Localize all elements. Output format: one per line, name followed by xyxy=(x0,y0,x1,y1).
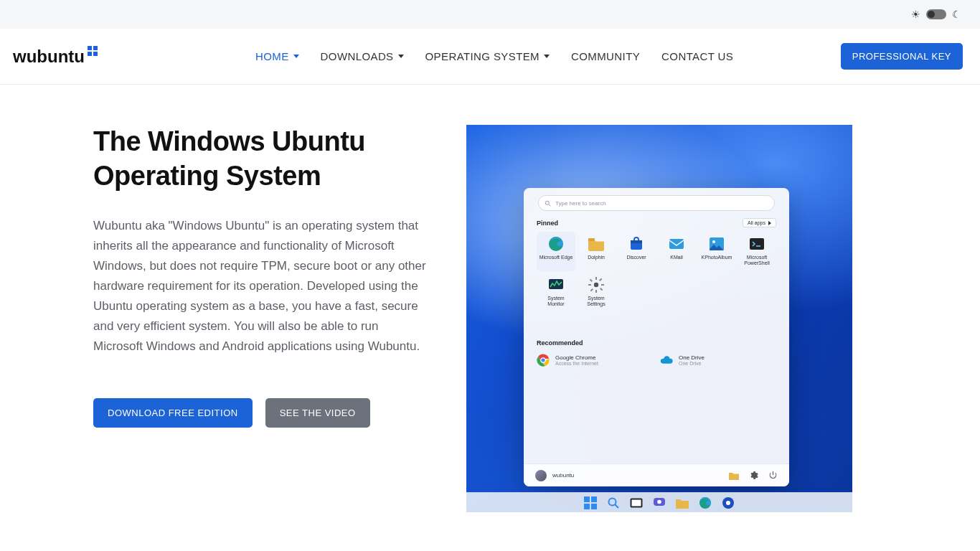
recommended-onedrive[interactable]: One DriveOne Drive xyxy=(660,352,776,368)
app-bag[interactable]: Discover xyxy=(617,232,656,271)
svg-rect-13 xyxy=(750,238,764,250)
mail-icon xyxy=(669,236,684,252)
svg-rect-17 xyxy=(595,277,597,280)
svg-rect-30 xyxy=(584,504,590,509)
app-terminal[interactable]: Microsoft PowerShell xyxy=(738,232,776,271)
svg-point-41 xyxy=(726,501,730,505)
pinned-section: Pinned All apps Microsoft EdgeDolphinDis… xyxy=(537,218,776,312)
svg-rect-23 xyxy=(599,278,602,281)
search-input[interactable]: Type here to search xyxy=(538,195,775,211)
hero-title: The Windows Ubuntu Operating System xyxy=(93,125,430,193)
folder-icon xyxy=(588,236,604,252)
apps-grid: Microsoft EdgeDolphinDiscoverKMailKPhoto… xyxy=(537,232,776,312)
recommended-title: One Drive xyxy=(679,354,705,361)
taskbar-logo-icon[interactable] xyxy=(722,496,735,509)
app-photo[interactable]: KPhotoAlbum xyxy=(697,232,736,271)
recommended-header: Recommended xyxy=(537,339,776,347)
professional-key-button[interactable]: PROFESSIONAL KEY xyxy=(841,43,963,70)
search-icon xyxy=(545,200,551,207)
svg-rect-19 xyxy=(588,284,591,286)
search-placeholder: Type here to search xyxy=(555,200,606,207)
edge-icon xyxy=(548,236,564,252)
settings-icon[interactable] xyxy=(749,471,758,480)
chevron-down-icon xyxy=(398,55,404,58)
files-icon[interactable] xyxy=(729,471,739,480)
theme-bar: ☀ ☾ xyxy=(0,0,980,29)
nav-link-community[interactable]: COMMUNITY xyxy=(571,50,640,62)
avatar xyxy=(535,470,547,481)
nav-link-os[interactable]: OPERATING SYSTEM xyxy=(425,50,550,62)
taskbar-search-icon[interactable] xyxy=(607,496,620,509)
taskbar-edge-icon[interactable] xyxy=(699,496,712,509)
brand[interactable]: wubuntu xyxy=(13,47,98,67)
start-footer-icons xyxy=(729,471,778,480)
pinned-header: Pinned All apps xyxy=(537,218,776,227)
svg-rect-31 xyxy=(591,504,597,509)
app-label: Microsoft Edge xyxy=(539,255,573,260)
svg-point-4 xyxy=(545,201,549,204)
app-mail[interactable]: KMail xyxy=(657,232,696,271)
taskbar-taskview-icon[interactable] xyxy=(630,496,643,509)
user-area[interactable]: wubuntu xyxy=(535,470,574,481)
svg-point-12 xyxy=(712,240,715,243)
svg-point-16 xyxy=(594,283,598,287)
app-monitor[interactable]: System Monitor xyxy=(537,273,575,312)
download-button[interactable]: DOWNLOAD FREE EDITION xyxy=(93,398,253,428)
nav-link-downloads[interactable]: DOWNLOADS xyxy=(321,50,404,62)
svg-rect-10 xyxy=(669,239,684,249)
recommended-sub: One Drive xyxy=(679,361,705,366)
svg-line-33 xyxy=(616,504,619,508)
hero-buttons: DOWNLOAD FREE EDITION SEE THE VIDEO xyxy=(93,398,430,428)
app-label: System Monitor xyxy=(539,296,573,308)
hero-section: The Windows Ubuntu Operating System Wubu… xyxy=(0,85,980,534)
onedrive-icon xyxy=(660,354,673,367)
nav-link-home[interactable]: HOME xyxy=(255,50,299,62)
pinned-label: Pinned xyxy=(537,220,558,227)
app-label: KPhotoAlbum xyxy=(699,255,734,260)
start-menu: Type here to search Pinned All apps Micr… xyxy=(524,188,789,486)
theme-toggle[interactable] xyxy=(926,9,946,19)
svg-rect-3 xyxy=(93,52,98,56)
svg-rect-24 xyxy=(590,288,593,291)
app-gear[interactable]: System Settings xyxy=(577,273,616,312)
app-edge[interactable]: Microsoft Edge xyxy=(537,232,575,271)
bag-icon xyxy=(628,236,644,252)
app-label: System Settings xyxy=(579,296,613,308)
taskbar-files-icon[interactable] xyxy=(676,496,689,509)
svg-rect-2 xyxy=(88,52,92,56)
see-video-button[interactable]: SEE THE VIDEO xyxy=(265,398,370,428)
photo-icon xyxy=(709,236,725,252)
monitor-icon xyxy=(548,277,564,293)
terminal-icon xyxy=(749,236,765,252)
svg-rect-18 xyxy=(595,290,597,293)
recommended-chrome[interactable]: Google ChromeAccess the Internet xyxy=(537,352,653,368)
moon-icon: ☾ xyxy=(952,9,961,20)
power-icon[interactable] xyxy=(768,471,778,480)
app-label: Dolphin xyxy=(579,255,613,260)
chevron-down-icon xyxy=(293,55,299,58)
taskbar-start-icon[interactable] xyxy=(584,496,597,509)
chrome-icon xyxy=(537,354,550,367)
taskbar xyxy=(466,492,852,512)
svg-rect-0 xyxy=(88,46,92,50)
app-label: Discover xyxy=(619,255,654,260)
brand-logo-icon xyxy=(88,46,98,56)
svg-rect-28 xyxy=(584,496,590,502)
hero-description: Wubuntu aka "Windows Ubuntu" is an opera… xyxy=(93,216,430,357)
svg-point-32 xyxy=(609,498,616,505)
os-preview: Type here to search Pinned All apps Micr… xyxy=(466,125,852,512)
recommended-section: Recommended Google ChromeAccess the Inte… xyxy=(537,339,776,368)
user-name: wubuntu xyxy=(552,472,574,479)
taskbar-chat-icon[interactable] xyxy=(653,496,666,509)
svg-rect-22 xyxy=(600,288,603,291)
nav-link-contact[interactable]: CONTACT US xyxy=(661,50,733,62)
start-footer: wubuntu xyxy=(524,463,789,486)
svg-rect-29 xyxy=(591,496,597,502)
gear-icon xyxy=(588,277,604,293)
hero-left: The Windows Ubuntu Operating System Wubu… xyxy=(93,125,430,512)
main-nav: wubuntu HOME DOWNLOADS OPERATING SYSTEM … xyxy=(0,29,980,85)
chevron-right-icon xyxy=(768,221,771,225)
app-folder[interactable]: Dolphin xyxy=(577,232,616,271)
theme-toggle-knob xyxy=(928,11,935,18)
all-apps-button[interactable]: All apps xyxy=(743,218,776,227)
